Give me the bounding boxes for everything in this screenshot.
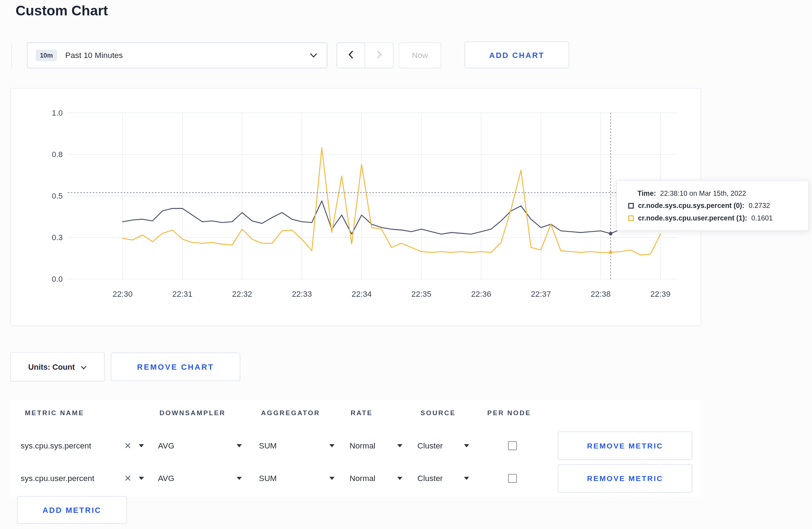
header-metric-name: METRIC NAME	[25, 409, 84, 417]
svg-text:0.0: 0.0	[52, 275, 63, 283]
source-select[interactable]: Cluster	[417, 441, 469, 450]
add-chart-button[interactable]: ADD CHART	[464, 42, 569, 68]
units-select[interactable]: Units: Count	[10, 352, 105, 382]
caret-down-icon	[329, 444, 334, 447]
source-select[interactable]: Cluster	[417, 474, 469, 483]
svg-text:0.8: 0.8	[52, 150, 63, 159]
downsampler-select[interactable]: AVG	[158, 474, 242, 483]
svg-text:1.0: 1.0	[52, 108, 63, 117]
chevron-right-icon	[376, 50, 382, 61]
rate-select[interactable]: Normal	[349, 441, 402, 450]
rate-value: Normal	[349, 474, 375, 483]
time-range-select[interactable]: 10m Past 10 Minutes	[27, 43, 327, 68]
next-time-button[interactable]	[365, 43, 394, 68]
metric-name-select[interactable]: sys.cpu.user.percent ✕	[21, 474, 144, 483]
chart-tooltip: Time: 22:38:10 on Mar 15th, 2022 cr.node…	[616, 180, 809, 231]
clear-metric-icon[interactable]: ✕	[124, 474, 132, 483]
header-rate: RATE	[351, 409, 373, 417]
page-title: Custom Chart	[15, 3, 108, 19]
remove-metric-button[interactable]: REMOVE METRIC	[558, 464, 692, 493]
per-node-checkbox[interactable]	[508, 441, 517, 450]
tooltip-series-sys-value: 0.2732	[749, 202, 770, 210]
metric-row: sys.cpu.user.percent ✕ AVG SUM Normal Cl…	[10, 464, 700, 494]
tooltip-time-label: Time:	[638, 189, 656, 197]
tooltip-series-user-value: 0.1601	[751, 214, 773, 222]
metric-name-value: sys.cpu.sys.percent	[21, 441, 91, 450]
header-downsampler: DOWNSAMPLER	[160, 409, 226, 417]
svg-text:0.5: 0.5	[52, 191, 63, 200]
caret-down-icon	[464, 477, 469, 480]
caret-down-icon	[139, 444, 144, 447]
header-per-node: PER NODE	[487, 409, 531, 417]
prev-time-button[interactable]	[337, 43, 365, 68]
caret-down-icon	[237, 477, 242, 480]
per-node-checkbox[interactable]	[508, 474, 517, 483]
time-nav-group	[337, 43, 393, 68]
chevron-down-icon	[310, 53, 318, 58]
chevron-down-icon	[81, 363, 87, 372]
header-source: SOURCE	[421, 409, 456, 417]
caret-down-icon	[464, 444, 469, 447]
time-range-label: Past 10 Minutes	[65, 51, 123, 60]
downsampler-value: AVG	[158, 474, 174, 483]
metric-name-select[interactable]: sys.cpu.sys.percent ✕	[21, 441, 144, 450]
chart-panel: 0.00.30.50.81.022:3022:3122:3222:3322:34…	[10, 88, 701, 326]
downsampler-value: AVG	[158, 441, 174, 450]
rate-value: Normal	[349, 441, 375, 450]
source-value: Cluster	[417, 441, 443, 450]
source-value: Cluster	[417, 474, 443, 483]
units-label: Units: Count	[28, 363, 75, 372]
downsampler-select[interactable]: AVG	[158, 441, 242, 450]
svg-text:22:34: 22:34	[352, 290, 372, 299]
aggregator-value: SUM	[259, 474, 277, 483]
remove-chart-button[interactable]: REMOVE CHART	[111, 353, 241, 381]
aggregator-select[interactable]: SUM	[259, 474, 334, 483]
series-user-swatch-icon	[628, 215, 634, 221]
caret-down-icon	[329, 477, 334, 480]
header-aggregator: AGGREGATOR	[261, 409, 320, 417]
caret-down-icon	[139, 477, 144, 480]
svg-text:22:33: 22:33	[292, 290, 312, 299]
svg-text:0.3: 0.3	[52, 233, 63, 242]
remove-metric-button[interactable]: REMOVE METRIC	[558, 432, 692, 460]
svg-text:22:30: 22:30	[112, 290, 132, 299]
svg-text:22:35: 22:35	[411, 290, 431, 299]
chevron-left-icon	[348, 50, 354, 61]
clear-metric-icon[interactable]: ✕	[124, 441, 132, 450]
line-chart[interactable]: 0.00.30.50.81.022:3022:3122:3222:3322:34…	[11, 88, 701, 325]
toolbar-left-divider	[11, 44, 12, 68]
rate-select[interactable]: Normal	[349, 474, 402, 483]
svg-text:22:37: 22:37	[531, 290, 551, 299]
metric-name-value: sys.cpu.user.percent	[21, 474, 95, 483]
caret-down-icon	[397, 477, 402, 480]
svg-text:22:36: 22:36	[471, 290, 491, 299]
tooltip-time-value: 22:38:10 on Mar 15th, 2022	[660, 189, 746, 197]
metrics-table: METRIC NAME DOWNSAMPLER AGGREGATOR RATE …	[10, 400, 700, 497]
svg-text:22:32: 22:32	[232, 290, 252, 299]
caret-down-icon	[237, 444, 242, 447]
series-sys-swatch-icon	[628, 203, 634, 209]
aggregator-select[interactable]: SUM	[259, 441, 334, 450]
svg-text:22:38: 22:38	[591, 290, 611, 299]
tooltip-series-user-name: cr.node.sys.cpu.user.percent (1):	[638, 214, 747, 222]
add-metric-button[interactable]: ADD METRIC	[17, 496, 127, 524]
tooltip-series-sys-name: cr.node.sys.cpu.sys.percent (0):	[638, 202, 744, 210]
aggregator-value: SUM	[259, 441, 277, 450]
now-button[interactable]: Now	[399, 43, 441, 68]
caret-down-icon	[397, 444, 402, 447]
time-range-badge: 10m	[36, 50, 57, 61]
svg-text:22:39: 22:39	[651, 290, 671, 299]
metric-row: sys.cpu.sys.percent ✕ AVG SUM Normal Clu…	[10, 431, 700, 461]
svg-text:22:31: 22:31	[172, 290, 192, 299]
